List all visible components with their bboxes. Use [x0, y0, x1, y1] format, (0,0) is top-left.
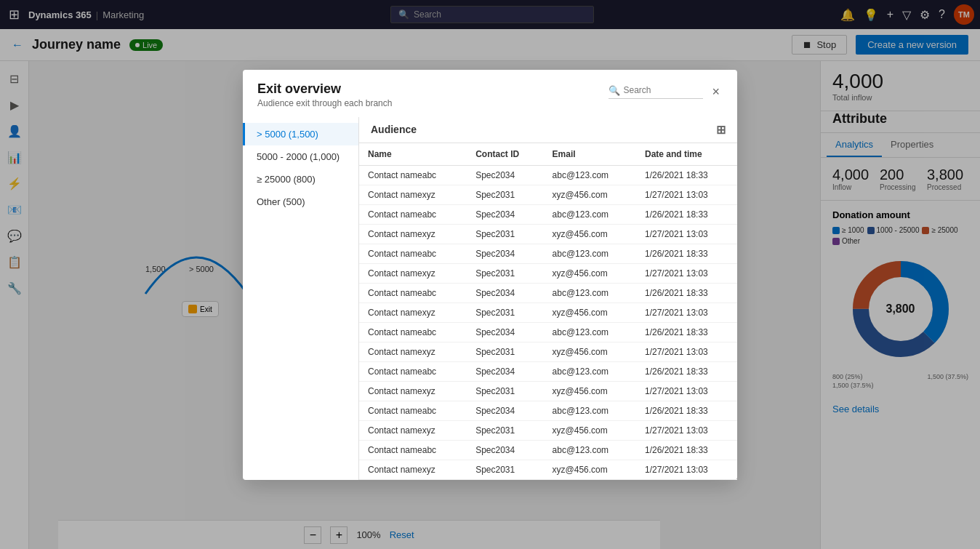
table-header-row: Name Contact ID Email Date and time — [359, 143, 737, 166]
col-header-name: Name — [359, 143, 467, 166]
table-row: Contact nameabc Spec2034 abc@123.com 1/2… — [359, 165, 737, 185]
cell-email: abc@123.com — [544, 283, 636, 302]
table-row: Contact namexyz Spec2031 xyz@456.com 1/2… — [359, 263, 737, 283]
col-header-email: Email — [544, 143, 636, 166]
cell-date: 1/27/2021 13:03 — [636, 302, 737, 322]
audience-header-label: Audience — [371, 124, 417, 135]
cell-contact-id: Spec2031 — [467, 224, 543, 244]
cell-name: Contact namexyz — [359, 263, 467, 283]
table-row: Contact namexyz Spec2031 xyz@456.com 1/2… — [359, 224, 737, 244]
cell-date: 1/26/2021 18:33 — [636, 440, 737, 460]
cell-email: abc@123.com — [544, 165, 636, 185]
filter-item-25000[interactable]: ≥ 25000 (800) — [243, 168, 358, 191]
modal-header-right: 🔍 × — [609, 81, 723, 103]
table-row: Contact nameabc Spec2034 abc@123.com 1/2… — [359, 244, 737, 263]
cell-name: Contact namexyz — [359, 342, 467, 361]
cell-email: abc@123.com — [544, 440, 636, 460]
cell-contact-id: Spec2034 — [467, 165, 543, 185]
cell-date: 1/26/2021 18:33 — [636, 361, 737, 381]
modal-search-box[interactable]: 🔍 — [609, 85, 703, 99]
cell-name: Contact nameabc — [359, 204, 467, 224]
table-row: Contact nameabc Spec2034 abc@123.com 1/2… — [359, 204, 737, 224]
data-table-container: Audience ⊞ Name Contact ID Email Date an… — [359, 117, 737, 480]
cell-contact-id: Spec2031 — [467, 420, 543, 440]
cell-contact-id: Spec2034 — [467, 244, 543, 263]
table-row: Contact nameabc Spec2034 abc@123.com 1/2… — [359, 401, 737, 420]
audience-table: Name Contact ID Email Date and time Cont… — [359, 143, 737, 480]
cell-date: 1/26/2021 18:33 — [636, 401, 737, 420]
modal-header-text: Exit overview Audience exit through each… — [257, 81, 392, 108]
cell-name: Contact nameabc — [359, 244, 467, 263]
cell-email: abc@123.com — [544, 361, 636, 381]
cell-date: 1/27/2021 13:03 — [636, 460, 737, 479]
modal-subtitle: Audience exit through each branch — [257, 98, 392, 108]
cell-contact-id: Spec2031 — [467, 302, 543, 322]
cell-contact-id: Spec2034 — [467, 283, 543, 302]
cell-name: Contact namexyz — [359, 224, 467, 244]
audience-header: Audience ⊞ — [359, 117, 737, 143]
table-body: Contact nameabc Spec2034 abc@123.com 1/2… — [359, 165, 737, 479]
cell-date: 1/26/2021 18:33 — [636, 244, 737, 263]
filter-item-other[interactable]: Other (500) — [243, 191, 358, 213]
cell-name: Contact namexyz — [359, 185, 467, 204]
table-row: Contact namexyz Spec2031 xyz@456.com 1/2… — [359, 185, 737, 204]
modal-title: Exit overview — [257, 81, 392, 97]
col-header-contact-id: Contact ID — [467, 143, 543, 166]
table-row: Contact nameabc Spec2034 abc@123.com 1/2… — [359, 361, 737, 381]
cell-email: abc@123.com — [544, 322, 636, 342]
cell-name: Contact nameabc — [359, 165, 467, 185]
table-row: Contact namexyz Spec2031 xyz@456.com 1/2… — [359, 460, 737, 479]
modal-body: > 5000 (1,500) 5000 - 2000 (1,000) ≥ 250… — [243, 117, 737, 480]
filter-item-5000[interactable]: > 5000 (1,500) — [243, 123, 358, 145]
cell-contact-id: Spec2034 — [467, 361, 543, 381]
modal-search-input[interactable] — [623, 85, 703, 95]
cell-date: 1/27/2021 13:03 — [636, 420, 737, 440]
cell-contact-id: Spec2031 — [467, 342, 543, 361]
cell-date: 1/27/2021 13:03 — [636, 342, 737, 361]
modal-overlay: Exit overview Audience exit through each… — [0, 0, 980, 549]
cell-date: 1/26/2021 18:33 — [636, 283, 737, 302]
cell-date: 1/26/2021 18:33 — [636, 204, 737, 224]
cell-name: Contact nameabc — [359, 322, 467, 342]
cell-contact-id: Spec2031 — [467, 185, 543, 204]
table-view-icon[interactable]: ⊞ — [716, 123, 726, 137]
cell-email: xyz@456.com — [544, 302, 636, 322]
cell-contact-id: Spec2034 — [467, 204, 543, 224]
cell-name: Contact nameabc — [359, 401, 467, 420]
cell-date: 1/26/2021 18:33 — [636, 322, 737, 342]
cell-email: xyz@456.com — [544, 420, 636, 440]
cell-email: xyz@456.com — [544, 263, 636, 283]
table-head: Name Contact ID Email Date and time — [359, 143, 737, 166]
filter-list: > 5000 (1,500) 5000 - 2000 (1,000) ≥ 250… — [243, 117, 359, 480]
modal-close-button[interactable]: × — [709, 81, 723, 103]
cell-email: xyz@456.com — [544, 381, 636, 401]
table-row: Contact nameabc Spec2034 abc@123.com 1/2… — [359, 440, 737, 460]
cell-contact-id: Spec2031 — [467, 460, 543, 479]
cell-name: Contact nameabc — [359, 440, 467, 460]
cell-contact-id: Spec2034 — [467, 440, 543, 460]
cell-name: Contact namexyz — [359, 302, 467, 322]
exit-overview-modal: Exit overview Audience exit through each… — [243, 70, 737, 480]
col-header-date: Date and time — [636, 143, 737, 166]
cell-contact-id: Spec2031 — [467, 381, 543, 401]
table-row: Contact namexyz Spec2031 xyz@456.com 1/2… — [359, 342, 737, 361]
cell-date: 1/26/2021 18:33 — [636, 165, 737, 185]
cell-date: 1/27/2021 13:03 — [636, 381, 737, 401]
cell-email: xyz@456.com — [544, 224, 636, 244]
cell-name: Contact nameabc — [359, 283, 467, 302]
filter-item-5000-2000[interactable]: 5000 - 2000 (1,000) — [243, 145, 358, 168]
cell-email: abc@123.com — [544, 401, 636, 420]
cell-email: abc@123.com — [544, 244, 636, 263]
cell-email: xyz@456.com — [544, 460, 636, 479]
cell-contact-id: Spec2034 — [467, 322, 543, 342]
cell-name: Contact namexyz — [359, 420, 467, 440]
table-row: Contact nameabc Spec2034 abc@123.com 1/2… — [359, 283, 737, 302]
table-row: Contact namexyz Spec2031 xyz@456.com 1/2… — [359, 302, 737, 322]
modal-search-icon: 🔍 — [609, 85, 620, 96]
modal-header: Exit overview Audience exit through each… — [243, 70, 737, 117]
cell-email: abc@123.com — [544, 204, 636, 224]
table-row: Contact namexyz Spec2031 xyz@456.com 1/2… — [359, 420, 737, 440]
cell-date: 1/27/2021 13:03 — [636, 185, 737, 204]
cell-date: 1/27/2021 13:03 — [636, 263, 737, 283]
cell-contact-id: Spec2034 — [467, 401, 543, 420]
